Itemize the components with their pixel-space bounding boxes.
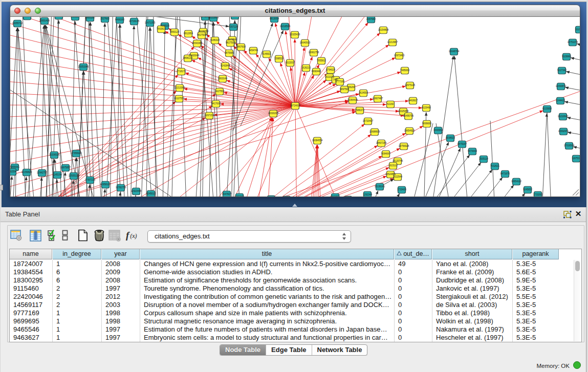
graph-edge bbox=[179, 17, 187, 196]
app-left-border bbox=[0, 207, 1, 372]
table-row[interactable]: 1830029562008Estimation of significance … bbox=[10, 276, 573, 285]
table-row[interactable]: 946362711997Embryonic stem cells: a mode… bbox=[10, 334, 573, 342]
graph-edge bbox=[571, 58, 580, 64]
graph-edge bbox=[255, 118, 273, 196]
cell-in_degree: 1 bbox=[53, 325, 102, 334]
change-table-mode-button[interactable] bbox=[10, 229, 23, 242]
graph-node-label: 19756928 bbox=[399, 145, 409, 147]
graph-node[interactable] bbox=[231, 17, 239, 19]
graph-edge bbox=[217, 176, 386, 196]
selector-spinner-icon bbox=[342, 232, 346, 240]
graph-node-label: 12975115 bbox=[405, 84, 416, 86]
graph-node[interactable] bbox=[55, 17, 63, 19]
cell-title: Estimation of the future numbers of pati… bbox=[140, 325, 395, 334]
create-new-column-button[interactable] bbox=[76, 229, 90, 242]
table-row[interactable]: 1938455462009Genome-wide association stu… bbox=[10, 268, 573, 276]
split-pane-grip-icon[interactable] bbox=[292, 204, 297, 207]
graph-node-label: 9245012 bbox=[146, 192, 156, 195]
column-header-pagerank[interactable]: pagerank bbox=[513, 249, 559, 259]
graph-node-label: 2867608 bbox=[236, 46, 246, 48]
graph-node-label: 16961758 bbox=[309, 51, 319, 54]
node-table: namein_degreeyeartitleout_de…shortpagera… bbox=[9, 249, 582, 342]
graph-node-label: 10719135 bbox=[129, 20, 140, 23]
cell-short: Wolkin et al. (1998) bbox=[432, 317, 513, 325]
graph-node-label: 12213369 bbox=[175, 86, 185, 89]
column-header-out_de[interactable]: out_de… bbox=[395, 249, 432, 259]
graph-edge bbox=[217, 156, 382, 196]
function-builder-button[interactable]: f (x) bbox=[125, 229, 142, 242]
graph-node-label: 18300295 bbox=[268, 112, 279, 115]
network-view-window: citations_edges.txt 14055712206523520691… bbox=[10, 5, 580, 197]
row-height-button[interactable] bbox=[58, 229, 72, 242]
column-header-name[interactable]: name bbox=[10, 249, 52, 259]
column-header-short[interactable]: short bbox=[432, 249, 512, 259]
float-window-icon[interactable] bbox=[563, 210, 572, 218]
column-header-year[interactable]: year bbox=[102, 249, 140, 259]
graph-node-label: 8960128 bbox=[170, 31, 179, 33]
desktop-left-notch bbox=[0, 185, 3, 190]
app-right-border bbox=[586, 207, 588, 372]
graph-node-label: 8454749 bbox=[249, 49, 258, 52]
graph-node-label: 9827505 bbox=[197, 34, 206, 36]
cell-year: 2003 bbox=[102, 301, 140, 309]
graph-node-label: 12213967 bbox=[387, 41, 398, 43]
cell-name: 18300295 bbox=[10, 276, 53, 285]
network-table-selector[interactable]: citations_edges.txt bbox=[147, 230, 351, 243]
graph-node-label: 10807487 bbox=[373, 97, 383, 100]
table-row[interactable]: 911546021997Tourette syndrome. Phenomeno… bbox=[10, 285, 573, 293]
graph-edge bbox=[51, 20, 59, 196]
graph-edge bbox=[577, 43, 580, 50]
column-header-in_degree[interactable]: in_degree bbox=[53, 249, 101, 259]
graph-node-label: 3624554 bbox=[359, 92, 368, 94]
graph-node-label: 19218506 bbox=[280, 25, 291, 28]
graph-node[interactable] bbox=[283, 196, 291, 196]
column-header-title[interactable]: title bbox=[140, 249, 394, 259]
cell-out_de: 0 bbox=[395, 285, 432, 293]
graph-node[interactable] bbox=[344, 196, 352, 196]
graph-edge bbox=[430, 56, 453, 196]
delete-columns-button[interactable] bbox=[93, 229, 106, 242]
cell-title: Estimation of significance thresholds fo… bbox=[140, 276, 395, 285]
window-resize-handle[interactable] bbox=[572, 189, 579, 196]
graph-node-label: 17016504 bbox=[564, 144, 575, 147]
scrollbar-thumb[interactable] bbox=[575, 261, 580, 271]
cell-title: Embryonic stem cells: a model to study s… bbox=[140, 334, 395, 342]
tab-edge-table[interactable]: Edge Table bbox=[266, 345, 311, 355]
graph-node-label: 9699695 bbox=[422, 122, 431, 125]
table-row[interactable]: 1872400712008Changes of HCN gene express… bbox=[10, 260, 573, 268]
cell-title: Genome-wide association studies in ADHD. bbox=[140, 268, 395, 276]
cell-out_de: 0 bbox=[395, 325, 432, 334]
graph-edge bbox=[295, 106, 348, 196]
network-table-selector-value: citations_edges.txt bbox=[155, 232, 210, 240]
graph-node-label: 7663822 bbox=[157, 28, 166, 30]
network-window-titlebar[interactable]: citations_edges.txt bbox=[10, 5, 580, 17]
graph-node[interactable] bbox=[268, 195, 275, 196]
table-panel-titlebar[interactable]: Table Panel ✕ bbox=[0, 207, 588, 222]
table-row[interactable]: 2242004622012Investigating the contribut… bbox=[10, 293, 573, 301]
graph-node-label: 12093872 bbox=[556, 85, 567, 87]
graph-node-label: 1647827 bbox=[222, 193, 231, 195]
table-row[interactable]: 946554611997Estimation of the future num… bbox=[10, 325, 573, 334]
graph-edge bbox=[541, 113, 547, 196]
close-icon[interactable]: ✕ bbox=[574, 210, 582, 218]
graph-node-label: 18724007 bbox=[290, 104, 301, 107]
network-canvas[interactable]: 1405571220652352069140618943951956537106… bbox=[10, 17, 580, 196]
graph-edge bbox=[10, 105, 295, 106]
table-row[interactable]: 1456911722003Disruption of a novel membe… bbox=[10, 301, 573, 309]
tab-node-table[interactable]: Node Table bbox=[220, 345, 266, 355]
vertical-scrollbar[interactable] bbox=[574, 260, 581, 341]
cell-year: 1997 bbox=[102, 325, 140, 334]
show-column-button[interactable] bbox=[29, 229, 42, 242]
cell-short: Franke et al. (2009) bbox=[432, 268, 513, 276]
cell-in_degree: 1 bbox=[53, 334, 102, 342]
table-row[interactable]: 977716911998Corpus callosum shape and si… bbox=[10, 309, 573, 317]
graph-node-label: 9896132 bbox=[183, 57, 192, 59]
memory-status-indicator[interactable] bbox=[573, 361, 581, 369]
graph-node-label: 1292344 bbox=[363, 193, 372, 196]
cell-pagerank: 5.3E-5 bbox=[513, 334, 559, 342]
network-window-title: citations_edges.txt bbox=[10, 7, 580, 14]
table-row[interactable]: 969969511998Structural magnetic resonanc… bbox=[10, 317, 573, 325]
delete-table-button[interactable] bbox=[108, 229, 121, 242]
tab-network-table[interactable]: Network Table bbox=[312, 345, 367, 355]
cell-year: 2009 bbox=[102, 268, 140, 276]
